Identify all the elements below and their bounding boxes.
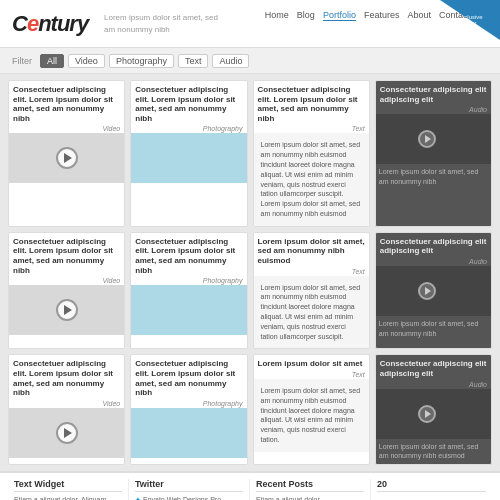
portfolio-card-dark: Consectetuer adipiscing elit adipiscing …	[375, 232, 492, 350]
filter-photography[interactable]: Photography	[109, 54, 174, 68]
filter-bar: Filter All Video Photography Text Audio	[0, 48, 500, 74]
nav-about[interactable]: About	[407, 10, 431, 21]
card-title: Consectetuer adipiscing elit. Lorem ipsu…	[9, 355, 124, 398]
card-title: Consectetuer adipiscing elit adipiscing …	[376, 81, 491, 105]
widget-body: ✦ Envato Web Designs Pro Bundle for $35 …	[135, 495, 243, 500]
play-icon	[64, 305, 72, 315]
audio-play-button[interactable]	[418, 405, 436, 423]
card-audio-media[interactable]	[376, 266, 491, 316]
play-icon	[64, 428, 72, 438]
widget-twitter: Twitter ✦ Envato Web Designs Pro Bundle …	[129, 479, 250, 500]
filter-all[interactable]: All	[40, 54, 64, 68]
portfolio-card-dark: Consectetuer adipiscing elit adipiscing …	[375, 80, 492, 227]
card-body-text-dark: Lorem ipsum dolor sit amet, sed am nonum…	[376, 316, 491, 342]
card-title: Consectetuer adipiscing elit. Lorem ipsu…	[254, 81, 369, 124]
portfolio-grid: Consectetuer adipiscing elit. Lorem ipsu…	[0, 74, 500, 471]
portfolio-card: Consectetuer adipiscing elit. Lorem ipsu…	[253, 80, 370, 227]
card-photo-media[interactable]	[131, 285, 246, 335]
play-button[interactable]	[56, 299, 78, 321]
card-tag: Text	[254, 124, 369, 133]
card-title: Consectetuer adipiscing elit adipiscing …	[376, 233, 491, 257]
logo: Century	[12, 11, 92, 37]
play-button[interactable]	[56, 147, 78, 169]
audio-play-button[interactable]	[418, 282, 436, 300]
audio-controls	[414, 278, 452, 304]
portfolio-card: Lorem ipsum dolor sit amet Text Lorem ip…	[253, 354, 370, 465]
card-title: Consectetuer adipiscing elit. Lorem ipsu…	[9, 81, 124, 124]
widget-title: 20	[377, 479, 486, 492]
play-button[interactable]	[56, 422, 78, 444]
widget-recent-posts: Recent Posts Etiam a aliquat dolor Video	[250, 479, 371, 500]
nav-home[interactable]: Home	[265, 10, 289, 21]
widget-title: Recent Posts	[256, 479, 364, 492]
filter-label: Filter	[12, 56, 32, 66]
portfolio-card: Consectetuer adipiscing elit. Lorem ipsu…	[8, 232, 125, 350]
card-audio-media[interactable]	[376, 114, 491, 164]
card-tag: Video	[9, 399, 124, 408]
card-title: Consectetuer adipiscing elit. Lorem ipsu…	[9, 233, 124, 276]
card-tag: Video	[9, 276, 124, 285]
card-video-media[interactable]	[9, 285, 124, 335]
card-text-media: Lorem ipsum dolor sit amet, sed am nonum…	[254, 133, 369, 225]
card-body-text-dark: Lorem ipsum dolor sit amet, sed am nonum…	[376, 439, 491, 465]
audio-play-icon	[425, 287, 431, 295]
footer-widgets: Text Widget Etiam a aliquat dolor. Aliqu…	[0, 471, 500, 500]
portfolio-card: Consectetuer adipiscing elit. Lorem ipsu…	[130, 232, 247, 350]
card-tag: Audio	[376, 257, 491, 266]
portfolio-card-dark: Consectetuer adipiscing elit adipiscing …	[375, 354, 492, 465]
filter-video[interactable]: Video	[68, 54, 105, 68]
card-body-text: Lorem ipsum dolor sit amet, sed am nonum…	[258, 280, 365, 345]
card-tag: Photography	[131, 124, 246, 133]
card-body-text: Lorem ipsum dolor sit amet, sed am nonum…	[258, 383, 365, 448]
play-icon	[64, 153, 72, 163]
audio-controls	[414, 126, 452, 152]
card-tag: Audio	[376, 380, 491, 389]
card-title: Consectetuer adipiscing elit. Lorem ipsu…	[131, 355, 246, 398]
card-text-media: Lorem ipsum dolor sit amet, sed am nonum…	[254, 379, 369, 452]
twitter-text: Envato Web Designs Pro Bundle for $35 ht…	[135, 496, 239, 500]
card-title: Consectetuer adipiscing elit. Lorem ipsu…	[131, 233, 246, 276]
filter-text[interactable]: Text	[178, 54, 209, 68]
portfolio-card: Consectetuer adipiscing elit. Lorem ipsu…	[8, 80, 125, 227]
card-photo-media[interactable]	[131, 408, 246, 458]
card-video-media[interactable]	[9, 133, 124, 183]
widget-body: Etiam a aliquat dolor. Aliquam diam sapi…	[14, 495, 122, 500]
card-video-media[interactable]	[9, 408, 124, 458]
widget-title: Twitter	[135, 479, 243, 492]
card-photo-media[interactable]	[131, 133, 246, 183]
widget-body: Etiam a aliquat dolor Video	[256, 495, 364, 500]
card-tag: Photography	[131, 276, 246, 285]
recent-post-text: Etiam a aliquat dolor	[256, 496, 320, 500]
card-tag: Audio	[376, 105, 491, 114]
card-tag: Video	[9, 124, 124, 133]
audio-controls	[414, 401, 452, 427]
header: Century Lorem ipsum dolor sit amet, sed …	[0, 0, 500, 48]
card-tag: Text	[254, 370, 369, 379]
main-nav: Home Blog Portfolio Features About Conta…	[265, 10, 470, 21]
filter-audio[interactable]: Audio	[212, 54, 249, 68]
portfolio-card: Consectetuer adipiscing elit. Lorem ipsu…	[130, 354, 247, 465]
widget-extra: 20	[371, 479, 492, 500]
card-body-text: Lorem ipsum dolor sit amet, sed am nonum…	[258, 137, 365, 221]
portfolio-card: Consectetuer adipiscing elit. Lorem ipsu…	[130, 80, 247, 227]
audio-play-button[interactable]	[418, 130, 436, 148]
portfolio-card: Consectetuer adipiscing elit. Lorem ipsu…	[8, 354, 125, 465]
tagline: Lorem ipsum dolor sit amet, sed am nonum…	[104, 12, 224, 34]
nav-portfolio[interactable]: Portfolio	[323, 10, 356, 21]
card-audio-media[interactable]	[376, 389, 491, 439]
card-tag: Photography	[131, 399, 246, 408]
audio-play-icon	[425, 410, 431, 418]
card-body-text-dark: Lorem ipsum dolor sit amet, sed am nonum…	[376, 164, 491, 190]
card-title: Lorem ipsum dolor sit amet, sed am nonum…	[254, 233, 369, 267]
twitter-icon: ✦	[135, 496, 143, 500]
widget-title: Text Widget	[14, 479, 122, 492]
card-title: Lorem ipsum dolor sit amet	[254, 355, 369, 370]
card-title: Consectetuer adipiscing elit adipiscing …	[376, 355, 491, 379]
nav-blog[interactable]: Blog	[297, 10, 315, 21]
portfolio-card: Lorem ipsum dolor sit amet, sed am nonum…	[253, 232, 370, 350]
card-text-media: Lorem ipsum dolor sit amet, sed am nonum…	[254, 276, 369, 349]
audio-play-icon	[425, 135, 431, 143]
widget-text: Text Widget Etiam a aliquat dolor. Aliqu…	[8, 479, 129, 500]
card-tag: Text	[254, 267, 369, 276]
nav-features[interactable]: Features	[364, 10, 400, 21]
